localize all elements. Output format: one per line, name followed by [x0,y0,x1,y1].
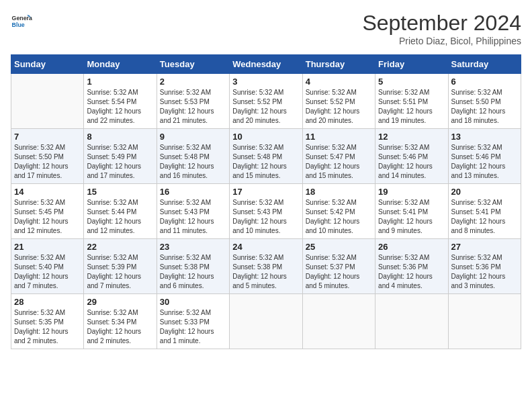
calendar-cell: 15Sunrise: 5:32 AMSunset: 5:44 PMDayligh… [84,184,157,239]
day-number: 7 [14,132,81,142]
day-info: Sunrise: 5:32 AMSunset: 5:47 PMDaylight:… [306,143,372,181]
day-info: Sunrise: 5:32 AMSunset: 5:40 PMDaylight:… [14,253,81,291]
day-number: 6 [451,77,518,87]
calendar-cell: 19Sunrise: 5:32 AMSunset: 5:41 PMDayligh… [375,184,448,239]
day-info: Sunrise: 5:32 AMSunset: 5:38 PMDaylight:… [232,253,299,291]
page-header: General Blue September 2024 Prieto Diaz,… [11,11,521,46]
day-number: 3 [232,77,299,87]
weekday-header-wednesday: Wednesday [230,55,302,74]
calendar-cell: 13Sunrise: 5:32 AMSunset: 5:46 PMDayligh… [448,129,521,184]
weekday-header-thursday: Thursday [302,55,375,74]
day-number: 30 [160,297,226,307]
day-info: Sunrise: 5:32 AMSunset: 5:36 PMDaylight:… [451,253,518,291]
day-number: 4 [306,77,372,87]
calendar-cell: 5Sunrise: 5:32 AMSunset: 5:51 PMDaylight… [375,74,448,129]
day-info: Sunrise: 5:32 AMSunset: 5:46 PMDaylight:… [378,143,445,181]
day-info: Sunrise: 5:32 AMSunset: 5:52 PMDaylight:… [232,88,299,126]
day-number: 17 [232,187,299,197]
calendar-cell: 21Sunrise: 5:32 AMSunset: 5:40 PMDayligh… [11,239,84,294]
day-info: Sunrise: 5:32 AMSunset: 5:45 PMDaylight:… [14,198,81,236]
weekday-header-friday: Friday [375,55,448,74]
calendar-cell: 10Sunrise: 5:32 AMSunset: 5:48 PMDayligh… [230,129,302,184]
calendar-cell: 1Sunrise: 5:32 AMSunset: 5:54 PMDaylight… [84,74,157,129]
calendar-cell [448,294,521,349]
calendar-row-4: 28Sunrise: 5:32 AMSunset: 5:35 PMDayligh… [11,294,521,349]
calendar-cell: 11Sunrise: 5:32 AMSunset: 5:47 PMDayligh… [302,129,375,184]
day-number: 15 [87,187,153,197]
day-info: Sunrise: 5:32 AMSunset: 5:43 PMDaylight:… [160,198,226,236]
day-number: 16 [160,187,226,197]
day-number: 9 [160,132,226,142]
day-info: Sunrise: 5:32 AMSunset: 5:54 PMDaylight:… [87,88,153,126]
calendar-cell: 8Sunrise: 5:32 AMSunset: 5:49 PMDaylight… [84,129,157,184]
day-number: 21 [14,242,81,252]
day-info: Sunrise: 5:32 AMSunset: 5:48 PMDaylight:… [232,143,299,181]
day-info: Sunrise: 5:32 AMSunset: 5:37 PMDaylight:… [306,253,372,291]
calendar-cell: 2Sunrise: 5:32 AMSunset: 5:53 PMDaylight… [157,74,229,129]
calendar-cell: 20Sunrise: 5:32 AMSunset: 5:41 PMDayligh… [448,184,521,239]
day-info: Sunrise: 5:32 AMSunset: 5:41 PMDaylight:… [451,198,518,236]
day-number: 24 [232,242,299,252]
day-number: 26 [378,242,445,252]
day-info: Sunrise: 5:32 AMSunset: 5:38 PMDaylight:… [160,253,226,291]
calendar-cell: 18Sunrise: 5:32 AMSunset: 5:42 PMDayligh… [302,184,375,239]
calendar-cell [302,294,375,349]
day-info: Sunrise: 5:32 AMSunset: 5:48 PMDaylight:… [160,143,226,181]
day-number: 13 [451,132,518,142]
calendar-cell: 25Sunrise: 5:32 AMSunset: 5:37 PMDayligh… [302,239,375,294]
day-number: 11 [306,132,372,142]
weekday-header-monday: Monday [84,55,157,74]
calendar-cell: 3Sunrise: 5:32 AMSunset: 5:52 PMDaylight… [230,74,302,129]
weekday-header-saturday: Saturday [448,55,521,74]
day-info: Sunrise: 5:32 AMSunset: 5:41 PMDaylight:… [378,198,445,236]
calendar-cell: 16Sunrise: 5:32 AMSunset: 5:43 PMDayligh… [157,184,229,239]
day-number: 25 [306,242,372,252]
calendar-cell: 7Sunrise: 5:32 AMSunset: 5:50 PMDaylight… [11,129,84,184]
calendar-cell: 29Sunrise: 5:32 AMSunset: 5:34 PMDayligh… [84,294,157,349]
day-info: Sunrise: 5:32 AMSunset: 5:42 PMDaylight:… [306,198,372,236]
day-info: Sunrise: 5:32 AMSunset: 5:50 PMDaylight:… [14,143,81,181]
calendar-row-0: 1Sunrise: 5:32 AMSunset: 5:54 PMDaylight… [11,74,521,129]
calendar-cell: 12Sunrise: 5:32 AMSunset: 5:46 PMDayligh… [375,129,448,184]
svg-text:Blue: Blue [12,21,25,28]
day-number: 22 [87,242,153,252]
day-number: 2 [160,77,226,87]
calendar-cell [375,294,448,349]
calendar-cell: 27Sunrise: 5:32 AMSunset: 5:36 PMDayligh… [448,239,521,294]
day-number: 18 [306,187,372,197]
day-number: 29 [87,297,153,307]
calendar-cell: 17Sunrise: 5:32 AMSunset: 5:43 PMDayligh… [230,184,302,239]
weekday-header-row: SundayMondayTuesdayWednesdayThursdayFrid… [11,55,521,74]
calendar-cell: 30Sunrise: 5:32 AMSunset: 5:33 PMDayligh… [157,294,229,349]
day-number: 12 [378,132,445,142]
weekday-header-sunday: Sunday [11,55,84,74]
calendar-cell: 4Sunrise: 5:32 AMSunset: 5:52 PMDaylight… [302,74,375,129]
day-info: Sunrise: 5:32 AMSunset: 5:49 PMDaylight:… [87,143,153,181]
day-info: Sunrise: 5:32 AMSunset: 5:34 PMDaylight:… [87,308,153,346]
location-subtitle: Prieto Diaz, Bicol, Philippines [362,36,521,46]
day-info: Sunrise: 5:32 AMSunset: 5:51 PMDaylight:… [378,88,445,126]
title-area: September 2024 Prieto Diaz, Bicol, Phili… [362,11,521,46]
calendar-cell: 26Sunrise: 5:32 AMSunset: 5:36 PMDayligh… [375,239,448,294]
day-number: 28 [14,297,81,307]
weekday-header-tuesday: Tuesday [157,55,229,74]
day-info: Sunrise: 5:32 AMSunset: 5:36 PMDaylight:… [378,253,445,291]
calendar-cell: 23Sunrise: 5:32 AMSunset: 5:38 PMDayligh… [157,239,229,294]
day-info: Sunrise: 5:32 AMSunset: 5:39 PMDaylight:… [87,253,153,291]
calendar-cell [11,74,84,129]
day-number: 5 [378,77,445,87]
day-info: Sunrise: 5:32 AMSunset: 5:35 PMDaylight:… [14,308,81,346]
day-number: 27 [451,242,518,252]
logo: General Blue [11,11,32,32]
day-number: 23 [160,242,226,252]
calendar-cell: 28Sunrise: 5:32 AMSunset: 5:35 PMDayligh… [11,294,84,349]
day-info: Sunrise: 5:32 AMSunset: 5:53 PMDaylight:… [160,88,226,126]
calendar-cell: 24Sunrise: 5:32 AMSunset: 5:38 PMDayligh… [230,239,302,294]
day-info: Sunrise: 5:32 AMSunset: 5:50 PMDaylight:… [451,88,518,126]
calendar-row-1: 7Sunrise: 5:32 AMSunset: 5:50 PMDaylight… [11,129,521,184]
day-number: 8 [87,132,153,142]
day-info: Sunrise: 5:32 AMSunset: 5:33 PMDaylight:… [160,308,226,346]
month-title: September 2024 [362,11,521,36]
calendar-row-3: 21Sunrise: 5:32 AMSunset: 5:40 PMDayligh… [11,239,521,294]
logo-icon: General Blue [11,11,32,32]
